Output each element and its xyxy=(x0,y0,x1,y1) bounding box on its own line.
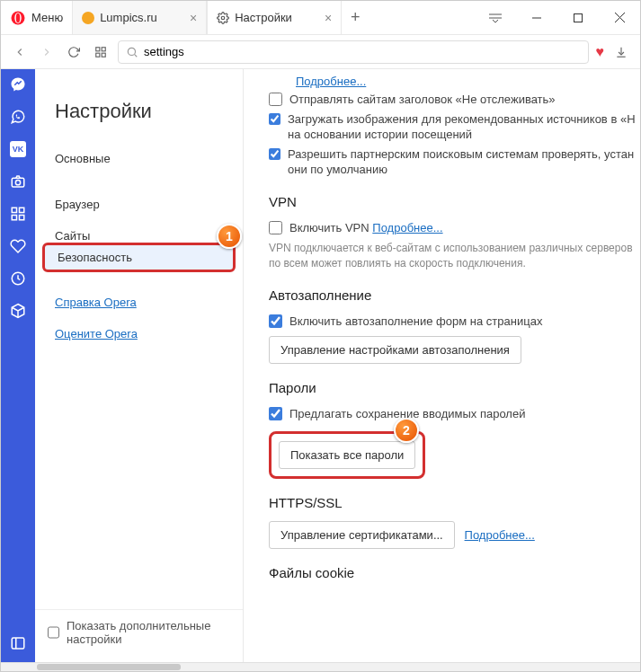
clock-icon[interactable] xyxy=(8,269,28,288)
close-icon[interactable]: × xyxy=(190,11,197,25)
svg-rect-12 xyxy=(96,53,100,57)
sidebar-settings-icon[interactable] xyxy=(8,633,28,653)
svg-rect-11 xyxy=(102,47,105,50)
gear-icon xyxy=(217,12,229,24)
bookmark-heart-icon[interactable]: ♥ xyxy=(596,44,605,60)
page-title: Настройки xyxy=(35,100,243,143)
section-vpn: VPN Включить VPN Подробнее... VPN подклю… xyxy=(269,194,640,271)
svg-rect-13 xyxy=(102,53,105,57)
new-tab-button[interactable]: + xyxy=(342,8,369,27)
tab-favicon xyxy=(82,12,94,24)
settings-sidebar: Настройки Основные Браузер Сайты 1 Безоп… xyxy=(35,69,244,662)
settings-content: Подробнее... Отправлять сайтам заголовок… xyxy=(244,69,640,662)
menu-button[interactable]: Меню xyxy=(1,1,72,34)
annotation-badge-1: 1 xyxy=(217,224,242,249)
checkbox-partner[interactable] xyxy=(269,147,280,161)
tab-lumpics[interactable]: Lumpics.ru × xyxy=(72,1,207,34)
section-title-vpn: VPN xyxy=(269,194,640,209)
forward-icon[interactable] xyxy=(37,42,57,62)
sidebar-item-sites[interactable]: Сайты xyxy=(35,220,243,243)
checkbox-dnt[interactable] xyxy=(269,93,282,106)
row-passwords-offer: Предлагать сохранение вводимых паролей xyxy=(269,406,640,422)
tab-label: Lumpics.ru xyxy=(100,11,157,24)
svg-point-3 xyxy=(221,16,225,20)
tab-settings[interactable]: Настройки × xyxy=(207,1,342,34)
horizontal-scrollbar[interactable] xyxy=(1,662,640,671)
address-input-container[interactable] xyxy=(118,40,589,64)
messenger-icon[interactable] xyxy=(8,75,28,94)
svg-rect-22 xyxy=(20,208,24,212)
opera-window: Меню Lumpics.ru × Настройки × + xyxy=(0,0,641,672)
section-cookies: Файлы cookie xyxy=(269,565,640,580)
sidebar-item-security[interactable]: Безопасность xyxy=(58,251,220,264)
link-vpn-more[interactable]: Подробнее... xyxy=(372,221,442,234)
link-more-top[interactable]: Подробнее... xyxy=(296,75,640,88)
checkbox-passwords-offer[interactable] xyxy=(269,407,282,420)
svg-rect-26 xyxy=(12,638,24,649)
svg-rect-21 xyxy=(12,208,16,212)
section-title-https: HTTPS/SSL xyxy=(269,495,640,510)
back-icon[interactable] xyxy=(10,42,30,62)
svg-rect-19 xyxy=(12,178,24,187)
camera-icon[interactable] xyxy=(8,172,28,191)
titlebar: Меню Lumpics.ru × Настройки × + xyxy=(1,1,640,35)
section-title-autofill: Автозаполнение xyxy=(269,287,640,303)
callout-security: 1 Безопасность xyxy=(42,243,236,272)
sidebar-item-basic[interactable]: Основные xyxy=(35,143,243,174)
scrollbar-thumb[interactable] xyxy=(37,664,181,670)
maximize-icon[interactable] xyxy=(557,1,599,34)
checkbox-vpn[interactable] xyxy=(269,221,282,234)
checkbox-autofill[interactable] xyxy=(269,314,282,328)
svg-point-14 xyxy=(128,48,135,55)
heart-outline-icon[interactable] xyxy=(8,236,28,256)
section-https: HTTPS/SSL Управление сертификатами... По… xyxy=(269,495,640,549)
hint-vpn: VPN подключается к веб-сайтам с использо… xyxy=(269,241,640,271)
checkbox-images[interactable] xyxy=(269,112,280,126)
advanced-checkbox[interactable] xyxy=(48,626,59,639)
svg-rect-23 xyxy=(12,216,16,220)
sidebar-item-help[interactable]: Справка Opera xyxy=(35,287,243,318)
annotation-badge-2: 2 xyxy=(394,418,419,443)
menu-label: Меню xyxy=(31,11,63,24)
tab-strip: Lumpics.ru × Настройки × + xyxy=(72,1,475,34)
minimize-icon[interactable] xyxy=(516,1,557,34)
speed-dial-icon[interactable] xyxy=(91,42,111,62)
section-passwords: Пароли Предлагать сохранение вводимых па… xyxy=(269,380,640,479)
svg-rect-24 xyxy=(20,216,24,220)
cube-icon[interactable] xyxy=(8,301,28,321)
button-https-manage[interactable]: Управление сертификатами... xyxy=(269,521,455,549)
row-images: Загружать изображения для рекомендованны… xyxy=(269,111,640,143)
tab-label: Настройки xyxy=(235,11,292,24)
section-title-passwords: Пароли xyxy=(269,380,640,395)
section-autofill: Автозаполнение Включить автозаполнение ф… xyxy=(269,287,640,365)
left-iconbar: VK xyxy=(1,69,35,662)
button-show-all-passwords[interactable]: Показать все пароли xyxy=(279,441,415,469)
row-vpn-enable: Включить VPN Подробнее... xyxy=(269,220,640,236)
sidebar-item-rate[interactable]: Оцените Opera xyxy=(35,318,243,349)
svg-line-15 xyxy=(135,54,138,57)
address-input[interactable] xyxy=(144,45,581,58)
reload-icon[interactable] xyxy=(64,42,84,62)
download-icon[interactable] xyxy=(611,42,631,62)
vk-icon[interactable]: VK xyxy=(8,139,28,159)
link-https-more[interactable]: Подробнее... xyxy=(465,528,535,542)
row-partner: Разрешить партнерским поисковым системам… xyxy=(269,146,640,178)
svg-text:VK: VK xyxy=(13,145,24,154)
close-window-icon[interactable] xyxy=(599,1,640,34)
svg-rect-7 xyxy=(574,13,583,22)
row-dnt: Отправлять сайтам заголовок «Не отслежив… xyxy=(269,92,640,108)
sidebar-item-browser[interactable]: Браузер xyxy=(35,189,243,220)
row-autofill-enable: Включить автозаполнение форм на страница… xyxy=(269,314,640,330)
close-icon[interactable]: × xyxy=(325,11,332,25)
window-controls xyxy=(475,1,640,34)
advanced-label: Показать дополнительные настройки xyxy=(67,619,230,646)
advanced-toggle[interactable]: Показать дополнительные настройки xyxy=(35,609,243,662)
grid-icon[interactable] xyxy=(8,204,28,224)
svg-point-2 xyxy=(16,13,21,22)
tab-menu-icon[interactable] xyxy=(475,1,516,34)
search-icon xyxy=(126,46,138,58)
address-bar: ♥ xyxy=(1,35,640,69)
whatsapp-icon[interactable] xyxy=(8,107,28,127)
button-autofill-manage[interactable]: Управление настройками автозаполнения xyxy=(269,336,521,364)
opera-logo-icon xyxy=(10,10,26,26)
